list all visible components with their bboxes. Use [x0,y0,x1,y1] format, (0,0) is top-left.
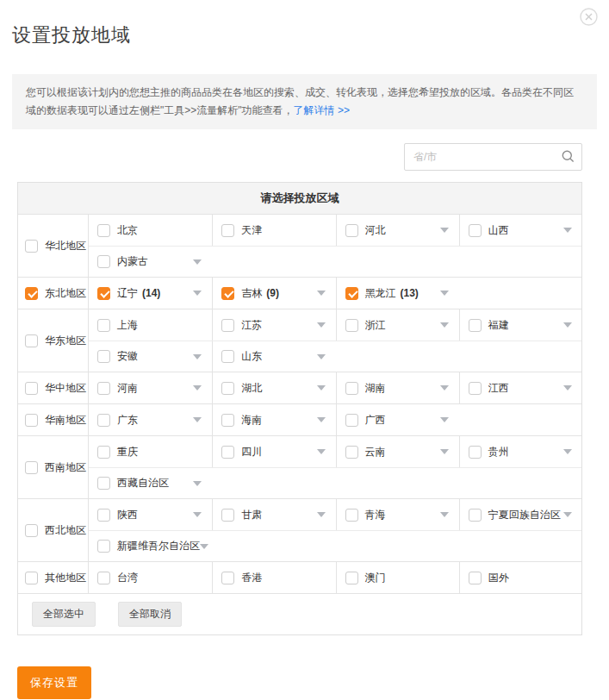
province-label[interactable]: 甘肃 [241,508,262,522]
province-checkbox[interactable] [97,540,110,553]
province-checkbox[interactable] [97,414,110,427]
province-checkbox[interactable] [345,382,358,395]
province-label[interactable]: 江苏 [241,318,262,333]
chevron-down-icon[interactable] [193,417,202,422]
save-settings-button[interactable]: 保存设置 [17,666,91,699]
province-checkbox[interactable] [469,224,482,237]
chevron-down-icon[interactable] [317,322,326,328]
province-label[interactable]: 宁夏回族自治区 [488,508,561,522]
province-label[interactable]: 四川 [241,445,262,459]
learn-more-link[interactable]: 了解详情 >> [294,104,350,116]
province-checkbox[interactable] [469,572,482,584]
chevron-down-icon[interactable] [317,354,326,359]
province-checkbox[interactable] [345,446,358,459]
province-label[interactable]: 湖南 [365,381,386,396]
region-label[interactable]: 其他地区 [45,571,86,585]
chevron-down-icon[interactable] [193,354,202,359]
province-label[interactable]: 河北 [365,223,386,238]
region-checkbox[interactable] [25,334,38,347]
province-label[interactable]: 北京 [117,223,138,238]
province-checkbox[interactable] [97,572,110,584]
chevron-down-icon[interactable] [563,512,572,517]
province-checkbox[interactable] [221,382,234,395]
region-label[interactable]: 西南地区 [45,460,86,475]
province-checkbox[interactable] [97,224,110,237]
province-label[interactable]: 河南 [117,381,138,396]
search-icon[interactable] [562,150,575,166]
chevron-down-icon[interactable] [563,322,572,328]
province-label[interactable]: 广西 [365,413,386,428]
province-label[interactable]: 陕西 [117,508,138,522]
province-label[interactable]: 上海 [117,318,138,333]
region-checkbox[interactable] [25,524,38,537]
chevron-down-icon[interactable] [317,449,326,454]
province-label[interactable]: 云南 [365,445,386,459]
province-label[interactable]: 江西 [488,381,509,396]
province-label[interactable]: 澳门 [365,571,386,585]
province-label[interactable]: 台湾 [117,571,138,585]
province-checkbox[interactable] [97,509,110,522]
province-label[interactable]: 安徽 [117,349,138,364]
province-checkbox[interactable] [345,287,358,300]
deselect-all-button[interactable]: 全部取消 [118,602,182,627]
province-label[interactable]: 天津 [241,223,262,238]
chevron-down-icon[interactable] [317,512,326,517]
region-label[interactable]: 华北地区 [45,239,86,253]
province-checkbox[interactable] [97,319,110,332]
chevron-down-icon[interactable] [563,228,572,233]
province-label[interactable]: 内蒙古 [117,254,148,269]
chevron-down-icon[interactable] [317,417,326,422]
province-checkbox[interactable] [221,572,234,584]
chevron-down-icon[interactable] [440,512,449,517]
province-checkbox[interactable] [469,382,482,395]
chevron-down-icon[interactable] [317,291,326,296]
region-checkbox[interactable] [25,382,38,395]
province-label[interactable]: 贵州 [488,445,509,459]
close-icon[interactable] [580,8,598,26]
province-label[interactable]: 青海 [365,508,386,522]
province-checkbox[interactable] [221,319,234,332]
province-label[interactable]: 海南 [241,413,262,428]
province-label[interactable]: 西藏自治区 [117,476,169,491]
region-label[interactable]: 华东地区 [45,334,86,348]
province-city-search-input[interactable] [404,143,582,171]
select-all-button[interactable]: 全部选中 [32,602,96,627]
chevron-down-icon[interactable] [563,449,572,454]
region-checkbox[interactable] [25,287,38,300]
province-checkbox[interactable] [345,224,358,237]
province-checkbox[interactable] [97,382,110,395]
chevron-down-icon[interactable] [440,291,449,296]
chevron-down-icon[interactable] [440,385,449,391]
province-checkbox[interactable] [345,414,358,427]
province-label[interactable]: 黑龙江 [365,286,396,301]
province-label[interactable]: 辽宁 [117,286,138,301]
chevron-down-icon[interactable] [193,291,202,296]
province-label[interactable]: 湖北 [241,381,262,396]
province-checkbox[interactable] [97,446,110,459]
chevron-down-icon[interactable] [193,512,202,517]
chevron-down-icon[interactable] [193,385,202,391]
province-checkbox[interactable] [345,509,358,522]
chevron-down-icon[interactable] [193,259,202,265]
province-checkbox[interactable] [469,446,482,459]
province-checkbox[interactable] [345,572,358,584]
province-label[interactable]: 吉林 [241,286,262,301]
province-checkbox[interactable] [221,287,234,300]
region-checkbox[interactable] [25,572,38,584]
province-label[interactable]: 国外 [488,571,509,585]
chevron-down-icon[interactable] [317,385,326,391]
region-label[interactable]: 华中地区 [45,381,86,396]
chevron-down-icon[interactable] [200,544,208,549]
region-label[interactable]: 东北地区 [45,286,86,301]
chevron-down-icon[interactable] [193,481,202,486]
province-checkbox[interactable] [97,350,110,363]
province-label[interactable]: 山西 [488,223,509,238]
province-label[interactable]: 浙江 [365,318,386,333]
province-label[interactable]: 新疆维吾尔自治区 [117,539,200,553]
chevron-down-icon[interactable] [563,385,572,391]
province-checkbox[interactable] [97,477,110,490]
province-checkbox[interactable] [221,350,234,363]
province-checkbox[interactable] [221,509,234,522]
province-checkbox[interactable] [97,255,110,268]
region-checkbox[interactable] [25,461,38,474]
